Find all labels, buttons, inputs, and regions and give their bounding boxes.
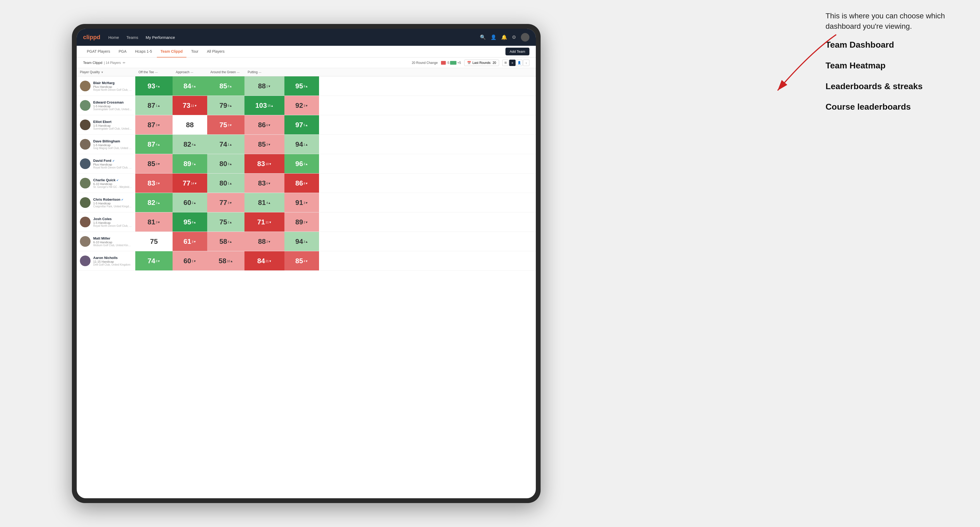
col-header-player[interactable]: Player Quality ▼	[77, 68, 135, 76]
player-name: Blair McHarg	[93, 81, 132, 85]
player-handicap: 11-15 Handicap	[93, 260, 130, 263]
verified-icon: ✔	[112, 159, 115, 162]
score-inner: 753▼	[207, 115, 245, 135]
tab-tour[interactable]: Tour	[188, 46, 202, 57]
tab-all-players[interactable]: All Players	[203, 46, 228, 57]
tab-pga[interactable]: PGA	[115, 46, 130, 57]
score-change: 3▼	[156, 221, 160, 224]
score-change: 4▲	[266, 202, 271, 205]
avatar	[80, 197, 91, 208]
edit-icon[interactable]: ✏	[123, 61, 126, 65]
player-info[interactable]: Matt Miller6-10 HandicapWoburn Golf Club…	[77, 232, 135, 251]
change-val: 15▲	[267, 104, 274, 107]
col-header-tee[interactable]: Off the Tee —	[135, 68, 173, 76]
score-change: 3▼	[266, 143, 271, 146]
settings-icon[interactable]: ⚙	[512, 34, 516, 40]
score-inner: 8421▼	[245, 251, 285, 270]
player-info[interactable]: Blair McHargPlus HandicapRoyal North Dev…	[77, 76, 135, 95]
score-number: 83	[257, 160, 265, 168]
profile-icon[interactable]: 👤	[490, 34, 496, 40]
score-change: 1▼	[266, 85, 271, 88]
bell-icon[interactable]: 🔔	[501, 34, 507, 40]
score-number: 94	[295, 140, 303, 149]
score-change: 11▼	[266, 221, 272, 224]
score-cell: 882▼	[245, 232, 285, 251]
change-val: 1▼	[266, 85, 271, 88]
nav-link-home[interactable]: Home	[108, 35, 119, 40]
player-name: Aaron Nicholls	[93, 256, 130, 260]
view-person-icon[interactable]: 👤	[516, 60, 522, 66]
player-info[interactable]: Elliot Ebert1-5 HandicapSunningdale Golf…	[77, 115, 135, 135]
score-number: 87	[148, 140, 155, 149]
col-putting-label: Putting	[248, 70, 258, 74]
score-number: 77	[220, 198, 227, 207]
nav-link-myperformance[interactable]: My Performance	[146, 35, 175, 40]
score-cell: 801▲	[207, 173, 245, 193]
view-sort-icon[interactable]: ↕	[523, 60, 530, 66]
col-around-arrow: —	[237, 71, 239, 74]
score-number: 94	[295, 237, 303, 246]
view-grid-icon[interactable]: ⊞	[502, 60, 509, 66]
score-inner: 963▲	[285, 154, 319, 173]
score-cell: 854▼	[285, 251, 319, 270]
change-val: 3▼	[156, 182, 160, 185]
score-number: 88	[258, 237, 266, 246]
score-number: 74	[220, 140, 227, 149]
change-val: 3▼	[156, 124, 160, 127]
score-change: 3▼	[304, 202, 308, 205]
col-player-label: Player Quality	[80, 70, 100, 74]
col-header-around[interactable]: Around the Green —	[207, 68, 245, 76]
score-inner: 958▲	[173, 213, 207, 232]
score-change: 1▼	[192, 260, 196, 263]
avatar	[80, 158, 91, 169]
score-cell: 846▲	[173, 76, 207, 95]
view-table-icon[interactable]: ≡	[509, 60, 515, 66]
tab-pgat-players[interactable]: PGAT Players	[83, 46, 114, 57]
score-inner: 923▼	[285, 96, 319, 115]
score-change: 4▲	[156, 143, 160, 146]
score-number: 87	[148, 121, 155, 129]
player-info[interactable]: Charlie Quick ✔6-10 HandicapSt. George's…	[77, 173, 135, 193]
svg-point-5	[83, 121, 88, 126]
nav-link-teams[interactable]: Teams	[126, 35, 138, 40]
score-inner: 584▲	[207, 232, 245, 251]
avatar	[80, 256, 91, 266]
score-inner: 7714▼	[173, 173, 207, 193]
add-team-button[interactable]: Add Team	[506, 48, 530, 56]
player-info[interactable]: Aaron Nicholls11-15 HandicapDrift Golf C…	[77, 251, 135, 270]
score-number: 83	[148, 179, 155, 187]
score-cell: 799▲	[207, 96, 245, 115]
avatar[interactable]	[521, 33, 530, 41]
col-header-approach[interactable]: Approach —	[173, 68, 207, 76]
change-val: 1▲	[304, 143, 308, 146]
table-row: David Ford ✔Plus HandicapRoyal North Dev…	[77, 154, 536, 173]
player-info[interactable]: Edward Crossman1-5 HandicapSunningdale G…	[77, 96, 135, 115]
col-header-putting[interactable]: Putting —	[245, 68, 285, 76]
tab-team-clippd[interactable]: Team Clippd	[157, 46, 186, 57]
score-number: 87	[148, 102, 155, 110]
column-headers: Player Quality ▼ Off the Tee — Approach …	[77, 68, 536, 76]
change-neg: -5	[447, 61, 450, 65]
player-info[interactable]: David Ford ✔Plus HandicapRoyal North Dev…	[77, 154, 135, 173]
tab-hcaps[interactable]: Hcaps 1-5	[131, 46, 156, 57]
score-change: 3▼	[156, 182, 160, 185]
svg-point-8	[81, 146, 89, 149]
table-area: Player Quality ▼ Off the Tee — Approach …	[77, 68, 536, 498]
score-cell: 866▼	[245, 115, 285, 135]
score-cell: 836▼	[245, 173, 285, 193]
player-club: Royal North Devon Golf Club, United King…	[93, 166, 132, 169]
score-inner: 943▲	[285, 232, 319, 251]
player-info[interactable]: Chris Robertson ✔1-5 HandicapCraigmillar…	[77, 193, 135, 212]
score-change: 3▲	[304, 240, 308, 243]
last-rounds-button[interactable]: 📅 Last Rounds: 20	[464, 60, 499, 66]
svg-point-7	[83, 141, 88, 146]
score-inner: 975▲	[285, 115, 319, 135]
nav-right: 🔍 👤 🔔 ⚙	[480, 33, 530, 41]
svg-point-17	[83, 238, 88, 243]
score-inner: 854▼	[285, 251, 319, 270]
score-cell: 752▲	[207, 213, 245, 232]
player-info[interactable]: Josh Coles1-5 HandicapRoyal North Devon …	[77, 213, 135, 232]
score-inner: 823▲	[135, 193, 173, 212]
search-icon[interactable]: 🔍	[480, 34, 486, 40]
player-info[interactable]: Dave Billingham1-5 HandicapGog Magog Gol…	[77, 135, 135, 154]
